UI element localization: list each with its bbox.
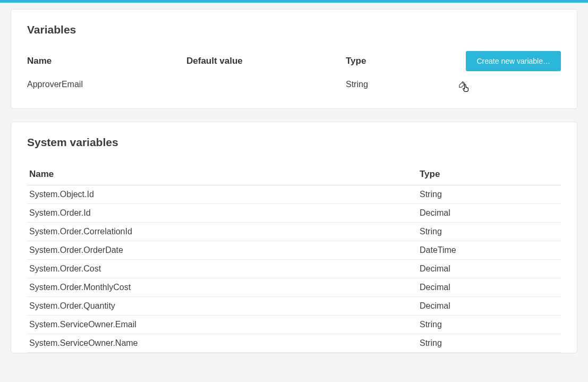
system-variable-type: Decimal [417,204,561,223]
system-variable-row: System.Order.CorrelationIdString [27,223,561,241]
system-variable-type: String [417,185,561,204]
system-variables-header-row: Name Type [27,164,561,185]
system-variable-row: System.Object.IdString [27,185,561,204]
edit-icon[interactable] [457,80,467,89]
variables-header-row: Name Default value Type Create new varia… [27,51,561,71]
variables-col-default: Default value [186,56,346,66]
system-variables-panel: System variables Name Type System.Object… [11,122,577,353]
system-variable-type: DateTime [417,241,561,260]
system-variable-row: System.Order.QuantityDecimal [27,297,561,316]
system-variable-type: String [417,316,561,334]
system-variable-name: System.Object.Id [27,185,417,204]
system-variable-name: System.Order.Id [27,204,417,223]
system-variable-name: System.ServiceOwner.Name [27,334,417,353]
top-accent-bar [0,0,588,3]
system-variable-row: System.ServiceOwner.NameString [27,334,561,353]
variable-name: ApproverEmail [27,80,186,89]
system-variable-row: System.Order.OrderDateDateTime [27,241,561,260]
variable-type: String [346,80,441,89]
system-variable-type: String [417,223,561,241]
variables-title: Variables [27,23,561,36]
system-col-type: Type [417,164,561,185]
system-variable-name: System.Order.CorrelationId [27,223,417,241]
variable-row: ApproverEmail String [27,77,561,92]
system-variable-name: System.Order.OrderDate [27,241,417,260]
system-variable-type: String [417,334,561,353]
variables-col-name: Name [27,56,186,66]
system-variable-row: System.ServiceOwner.EmailString [27,316,561,334]
system-variable-type: Decimal [417,278,561,297]
system-variable-name: System.Order.MonthlyCost [27,278,417,297]
system-variable-row: System.Order.MonthlyCostDecimal [27,278,561,297]
system-variable-name: System.Order.Cost [27,260,417,278]
system-variable-name: System.ServiceOwner.Email [27,316,417,334]
system-variables-title: System variables [27,136,561,149]
system-variable-row: System.Order.CostDecimal [27,260,561,278]
system-col-name: Name [27,164,417,185]
system-variables-table: Name Type System.Object.IdStringSystem.O… [27,164,561,353]
create-variable-button[interactable]: Create new variable… [466,51,561,71]
system-variable-type: Decimal [417,297,561,316]
variables-panel: Variables Name Default value Type Create… [11,9,577,109]
variables-col-type: Type [346,56,441,66]
system-variable-row: System.Order.IdDecimal [27,204,561,223]
system-variable-type: Decimal [417,260,561,278]
system-variable-name: System.Order.Quantity [27,297,417,316]
